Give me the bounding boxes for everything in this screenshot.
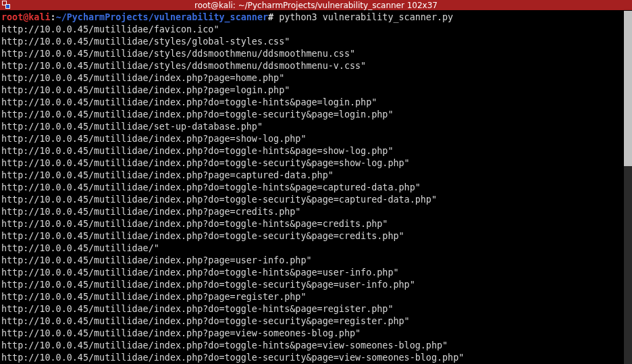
terminal-window: root@kali: ~/PycharmProjects/vulnerabili… xyxy=(0,0,632,364)
terminal-area[interactable]: root@kali:~/PycharmProjects/vulnerabilit… xyxy=(0,11,632,364)
terminal-content[interactable]: root@kali:~/PycharmProjects/vulnerabilit… xyxy=(1,11,632,364)
titlebar[interactable]: root@kali: ~/PycharmProjects/vulnerabili… xyxy=(0,0,632,11)
prompt-sep1: : xyxy=(51,12,56,22)
prompt-sep2: # xyxy=(268,12,273,22)
prompt-user-host: root@kali xyxy=(1,12,51,22)
prompt-command: python3 vulnerability_scanner.py xyxy=(273,12,453,22)
prompt-path: ~/PycharmProjects/vulnerability_scanner xyxy=(56,12,268,22)
scrollbar[interactable] xyxy=(624,11,632,364)
scrollbar-thumb[interactable] xyxy=(624,11,632,166)
terminal-output: http://10.0.0.45/mutillidae/favicon.ico"… xyxy=(1,24,464,363)
window-title: root@kali: ~/PycharmProjects/vulnerabili… xyxy=(0,0,632,12)
